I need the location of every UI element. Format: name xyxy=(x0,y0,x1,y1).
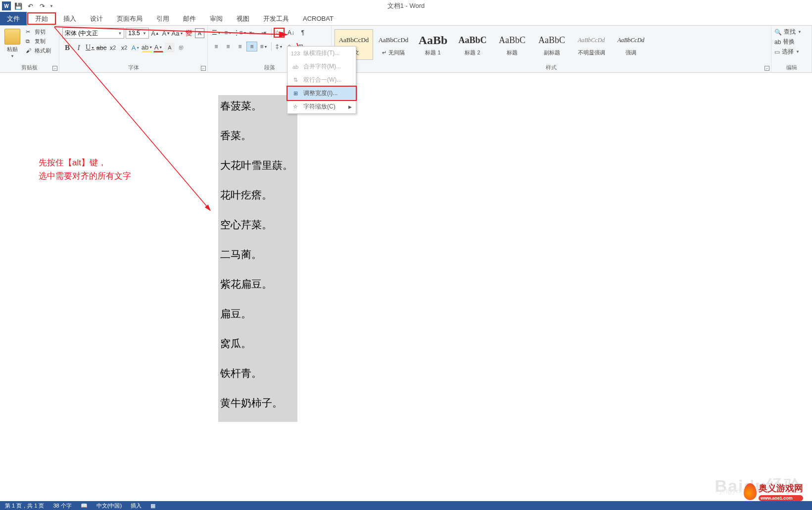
tab-design[interactable]: 设计 xyxy=(83,12,110,25)
site-logo: 奥义游戏网 www.aoe1.com xyxy=(744,482,803,501)
change-case-button[interactable]: Aa▼ xyxy=(172,28,182,38)
paste-dropdown-icon[interactable]: ▼ xyxy=(10,54,14,58)
doc-line[interactable]: 香菜。 xyxy=(218,125,297,154)
grow-font-button[interactable]: A▲ xyxy=(150,28,160,38)
bold-button[interactable]: B xyxy=(62,43,72,52)
style-item-5[interactable]: AaBbC副标题 xyxy=(532,29,571,60)
sort-button[interactable]: A↓ xyxy=(286,28,296,38)
format-painter-button[interactable]: 🖌格式刷 xyxy=(25,47,52,55)
highlight-button[interactable]: ab▼ xyxy=(142,43,152,52)
doc-line[interactable]: 空心芹菜。 xyxy=(218,214,297,244)
enclose-char-button[interactable]: ㊕ xyxy=(176,43,186,52)
tab-insert[interactable]: 插入 xyxy=(56,12,83,25)
doc-line[interactable]: 铁杆青。 xyxy=(218,362,297,392)
selected-text-block[interactable]: 春菠菜。香菜。大花叶雪里蕻。花叶疙瘩。空心芹菜。二马蔺。紫花扁豆。扁豆。窝瓜。铁… xyxy=(218,95,297,422)
style-item-7[interactable]: AaBbCcDd强调 xyxy=(612,29,650,60)
line-spacing-button[interactable]: ‡▼ xyxy=(274,42,285,51)
undo-button[interactable]: ↶ xyxy=(26,1,35,10)
subscript-button[interactable]: x2 xyxy=(108,43,118,52)
decrease-indent-button[interactable]: ⇤ xyxy=(246,28,257,38)
underline-button[interactable]: U▼ xyxy=(85,43,95,52)
select-button[interactable]: ▭选择▼ xyxy=(774,48,809,56)
superscript-button[interactable]: x2 xyxy=(119,43,129,52)
phonetic-guide-button[interactable]: 變 xyxy=(184,28,193,38)
paste-button[interactable]: 粘贴 ▼ xyxy=(2,28,23,59)
tab-developer[interactable]: 开发工具 xyxy=(256,12,296,25)
tab-view[interactable]: 视图 xyxy=(230,12,256,25)
italic-button[interactable]: I xyxy=(74,43,84,52)
status-language[interactable]: 中文(中国) xyxy=(96,502,122,510)
style-item-1[interactable]: AaBbCcDd↵ 无间隔 xyxy=(374,29,413,60)
doc-line[interactable]: 春菠菜。 xyxy=(218,95,297,125)
bullets-button[interactable]: ☰▼ xyxy=(211,28,222,38)
styles-expand-icon[interactable]: ⌐ xyxy=(764,66,769,71)
select-icon: ▭ xyxy=(774,49,780,55)
replace-button[interactable]: ab替换 xyxy=(774,38,809,46)
status-words[interactable]: 38 个字 xyxy=(53,502,71,510)
find-button[interactable]: 🔍查找▼ xyxy=(774,28,809,36)
copy-button[interactable]: ⧉复制 xyxy=(25,37,52,46)
numbering-button[interactable]: ≡▼ xyxy=(223,28,234,38)
menu-vertical-horizontal[interactable]: 123纵横混排(T)... xyxy=(287,47,356,60)
shrink-font-button[interactable]: A▼ xyxy=(161,28,171,38)
tab-acrobat[interactable]: ACROBAT xyxy=(296,12,340,25)
style-preview: AaBbCcDd xyxy=(618,32,645,48)
paste-label: 粘贴 xyxy=(7,46,18,53)
cut-button[interactable]: ✂剪切 xyxy=(25,28,52,36)
doc-line[interactable]: 扁豆。 xyxy=(218,303,297,333)
align-center-button[interactable]: ≡ xyxy=(223,42,234,51)
doc-line[interactable]: 窝瓜。 xyxy=(218,333,297,362)
justify-button[interactable]: ≡ xyxy=(246,42,257,51)
distribute-button[interactable]: ≡▼ xyxy=(258,42,269,51)
status-page[interactable]: 第 1 页，共 1 页 xyxy=(5,502,44,510)
font-expand-icon[interactable]: ⌐ xyxy=(201,66,206,71)
macro-icon[interactable]: ▦ xyxy=(150,503,155,509)
save-button[interactable]: 💾 xyxy=(14,1,23,10)
asian-layout-button[interactable]: ☆▼ xyxy=(274,28,285,38)
menu-fitwidth-label: 调整宽度(I)... xyxy=(303,89,337,98)
tab-review[interactable]: 审阅 xyxy=(203,12,230,25)
page: 春菠菜。香菜。大花叶雪里蕻。花叶疙瘩。空心芹菜。二马蔺。紫花扁豆。扁豆。窝瓜。铁… xyxy=(218,73,594,501)
status-insert-mode[interactable]: 插入 xyxy=(131,502,142,510)
style-preview: AaBb xyxy=(419,32,448,48)
doc-line[interactable]: 花叶疙瘩。 xyxy=(218,184,297,214)
char-border-button[interactable]: A xyxy=(195,28,204,38)
text-effects-button[interactable]: A▼ xyxy=(131,43,141,52)
style-item-6[interactable]: AaBbCcDd不明显强调 xyxy=(572,29,611,60)
tab-references[interactable]: 引用 xyxy=(149,12,176,25)
align-left-button[interactable]: ≡ xyxy=(211,42,222,51)
menu-char-scale[interactable]: ☆字符缩放(C)▶ xyxy=(287,100,356,113)
font-color-button[interactable]: A▼ xyxy=(153,43,163,52)
style-item-3[interactable]: AaBbC标题 2 xyxy=(453,29,492,60)
increase-indent-button[interactable]: ⇥ xyxy=(258,28,269,38)
tab-mailings[interactable]: 邮件 xyxy=(176,12,203,25)
tab-home[interactable]: 开始 xyxy=(27,12,56,25)
font-name-combo[interactable]: 宋体 (中文正▼ xyxy=(62,28,124,39)
group-clipboard: 粘贴 ▼ ✂剪切 ⧉复制 🖌格式刷 剪贴板 ⌐ xyxy=(0,26,59,72)
align-right-button[interactable]: ≡ xyxy=(235,42,245,51)
qat-dropdown-icon[interactable]: ▼ xyxy=(49,4,53,8)
doc-line[interactable]: 黄牛奶柿子。 xyxy=(218,392,297,422)
doc-line[interactable]: 紫花扁豆。 xyxy=(218,273,297,303)
menu-fit-width[interactable]: ⊞调整宽度(I)... xyxy=(287,86,357,101)
style-item-4[interactable]: AaBbC标题 xyxy=(493,29,531,60)
doc-line[interactable]: 二马蔺。 xyxy=(218,244,297,273)
menu-combine-chars[interactable]: ab合并字符(M)... xyxy=(287,60,356,73)
multilevel-button[interactable]: ⋮≡▼ xyxy=(235,28,245,38)
redo-button[interactable]: ↷ xyxy=(38,1,47,10)
menu-two-lines[interactable]: ⇅双行合一(W)... xyxy=(287,73,356,87)
clipboard-expand-icon[interactable]: ⌐ xyxy=(52,66,57,71)
doc-line[interactable]: 大花叶雪里蕻。 xyxy=(218,154,297,184)
show-marks-button[interactable]: ¶ xyxy=(297,28,308,38)
style-name: 标题 xyxy=(507,49,518,56)
style-item-2[interactable]: AaBb标题 1 xyxy=(414,29,452,60)
tab-file[interactable]: 文件 xyxy=(0,12,27,25)
strikethrough-button[interactable]: abc xyxy=(96,43,106,52)
char-shading-button[interactable]: A xyxy=(165,43,175,52)
status-bar: 第 1 页，共 1 页 38 个字 📖 中文(中国) 插入 ▦ xyxy=(0,501,812,510)
document-area[interactable]: 春菠菜。香菜。大花叶雪里蕻。花叶疙瘩。空心芹菜。二马蔺。紫花扁豆。扁豆。窝瓜。铁… xyxy=(0,73,812,501)
tab-layout[interactable]: 页面布局 xyxy=(110,12,149,25)
site-logo-url: www.aoe1.com xyxy=(759,495,803,501)
spellcheck-icon[interactable]: 📖 xyxy=(81,503,88,509)
font-size-combo[interactable]: 13.5▼ xyxy=(126,28,149,39)
